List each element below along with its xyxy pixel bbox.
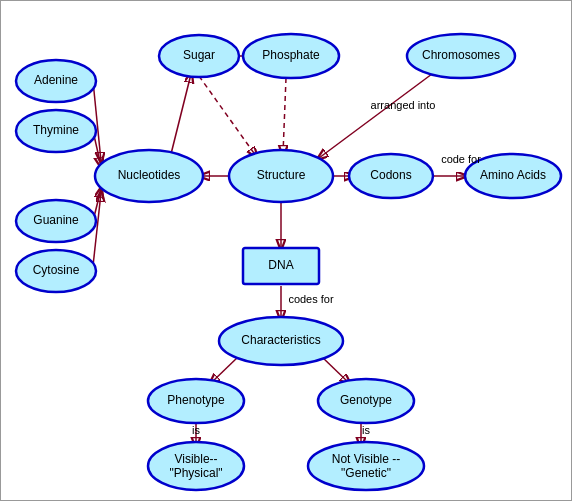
- edge-phosphate-structure: [283, 78, 286, 154]
- edge-char-genotype: [321, 356, 349, 383]
- edge-nucleotides-sugar: [171, 74, 191, 154]
- label-codons: Codons: [370, 168, 411, 182]
- label-structure: Structure: [257, 168, 306, 182]
- edge-sugar-structure: [199, 76, 256, 156]
- label-notvisible-1: Not Visible --: [332, 452, 400, 466]
- edge-label-arrangedinto: arranged into: [371, 99, 436, 111]
- label-genotype: Genotype: [340, 393, 392, 407]
- label-nucleotides: Nucleotides: [118, 168, 181, 182]
- label-guanine: Guanine: [33, 213, 79, 227]
- label-visible-1: Visible--: [174, 452, 217, 466]
- label-characteristics: Characteristics: [241, 333, 320, 347]
- edge-label-codefor2: code for: [441, 153, 481, 165]
- label-notvisible-2: "Genetic": [341, 466, 391, 480]
- edge-char-phenotype: [211, 356, 239, 383]
- label-phosphate: Phosphate: [262, 48, 320, 62]
- label-sugar: Sugar: [183, 48, 215, 62]
- label-cytosine: Cytosine: [33, 263, 80, 277]
- edge-label-is1: is: [192, 424, 200, 436]
- label-chromosomes: Chromosomes: [422, 48, 500, 62]
- label-phenotype: Phenotype: [167, 393, 225, 407]
- edge-label-is2: is: [362, 424, 370, 436]
- label-dna: DNA: [268, 258, 293, 272]
- label-adenine: Adenine: [34, 73, 78, 87]
- label-thymine: Thymine: [33, 123, 79, 137]
- edge-label-codesfor1: codes for: [288, 293, 334, 305]
- label-aminoacids: Amino Acids: [480, 168, 546, 182]
- edge-chromosomes-structure: [319, 71, 436, 158]
- label-visible-2: "Physical": [169, 466, 222, 480]
